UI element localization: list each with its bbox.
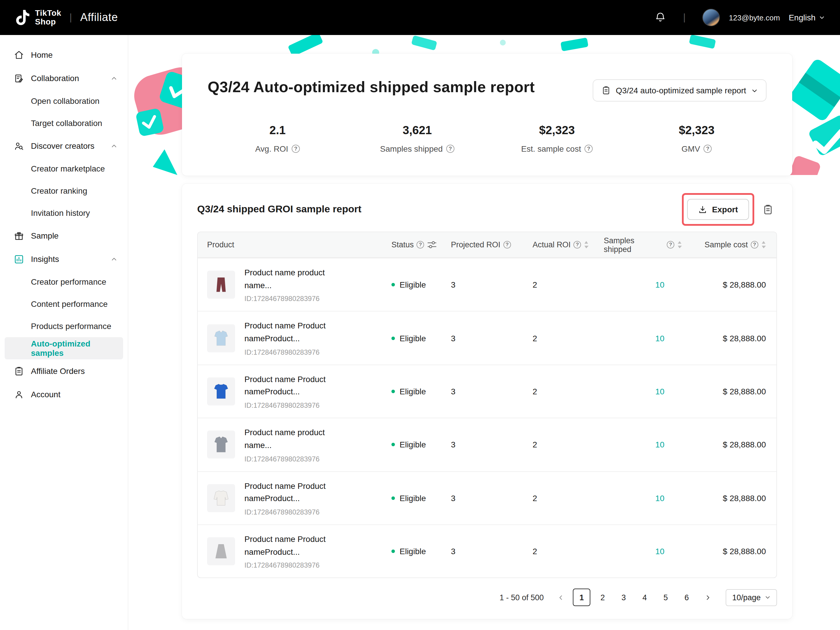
sidebar-item-content-performance[interactable]: Content performance (0, 293, 128, 315)
sample-cost-value: $ 28,888.00 (682, 387, 777, 396)
status-dot (392, 283, 395, 286)
sample-cost-value: $ 28,888.00 (682, 280, 777, 289)
status-dot (392, 336, 395, 340)
help-icon[interactable] (504, 241, 511, 248)
sidebar-item-target-collaboration[interactable]: Target collaboration (0, 112, 128, 134)
product-name: Product name Product nameProduct... (245, 533, 339, 559)
table-row: Product name Product nameProduct... ID:1… (198, 365, 777, 418)
sidebar-item-collaboration[interactable]: Collaboration (0, 66, 128, 90)
pagination-range: 1 - 50 of 500 (500, 593, 544, 602)
next-page-button[interactable] (699, 589, 716, 606)
sidebar-item-creator-ranking[interactable]: Creator ranking (0, 180, 128, 202)
col-header-product: Product (198, 240, 382, 249)
sort-icon[interactable] (761, 241, 766, 248)
sidebar-item-sample[interactable]: Sample (0, 224, 128, 247)
stat-avg-roi: 2.1 Avg. ROI (208, 124, 347, 153)
table-row: Product name Product nameProduct... ID:1… (198, 471, 777, 524)
report-selector-dropdown[interactable]: Q3/24 auto-optimized sample report (592, 79, 766, 101)
app-window: TikTok Shop | Affiliate | 123@byte.com E… (0, 0, 840, 630)
sidebar-item-creator-marketplace[interactable]: Creator marketplace (0, 158, 128, 180)
topbar: TikTok Shop | Affiliate | 123@byte.com E… (0, 0, 840, 35)
sidebar-item-auto-optimized-samples[interactable]: Auto-optimized samples (5, 337, 123, 359)
product-image-blue-tshirt (207, 377, 235, 406)
sidebar-item-affiliate-orders[interactable]: Affiliate Orders (0, 359, 128, 383)
brand-line1: TikTok (35, 9, 61, 17)
product-id: ID:17284678980283976 (245, 455, 339, 463)
chevron-up-icon (111, 143, 117, 149)
status-label: Eligible (399, 546, 426, 556)
notification-bell-icon[interactable] (655, 12, 666, 23)
chevron-right-icon (704, 594, 711, 601)
brand-line2: Shop (35, 17, 61, 26)
sidebar-item-account[interactable]: Account (0, 383, 128, 406)
prev-page-button[interactable] (552, 589, 569, 606)
sidebar-item-home[interactable]: Home (0, 43, 128, 66)
page-button-1[interactable]: 1 (573, 589, 591, 606)
table-row: Product name Product nameProduct... ID:1… (198, 524, 777, 578)
samples-shipped-link[interactable]: 10 (655, 333, 665, 343)
filter-icon[interactable] (428, 241, 437, 248)
help-icon[interactable] (704, 145, 712, 153)
sample-cost-value: $ 28,888.00 (682, 493, 777, 502)
col-header-samples-shipped: Samples shipped (594, 236, 682, 253)
product-image-light-blue-jacket (207, 324, 235, 352)
sort-icon[interactable] (677, 241, 682, 248)
samples-shipped-link[interactable]: 10 (655, 546, 665, 556)
sidebar-item-invitation-history[interactable]: Invitation history (0, 202, 128, 224)
page-title: Q3/24 Auto-optimized shipped sample repo… (208, 78, 535, 96)
help-icon[interactable] (446, 145, 455, 153)
help-icon[interactable] (292, 145, 300, 153)
page-button-5[interactable]: 5 (657, 589, 674, 606)
page-button-4[interactable]: 4 (636, 589, 653, 606)
actual-roi-value: 2 (523, 440, 594, 450)
language-selector[interactable]: English (789, 13, 825, 22)
projected-roi-value: 3 (442, 333, 523, 343)
sample-cost-value: $ 28,888.00 (682, 440, 777, 450)
user-avatar[interactable] (703, 9, 720, 26)
samples-shipped-link[interactable]: 10 (655, 493, 665, 502)
product-id: ID:17284678980283976 (245, 562, 339, 570)
help-icon[interactable] (574, 241, 581, 248)
sidebar-item-creator-performance[interactable]: Creator performance (0, 271, 128, 293)
help-icon[interactable] (417, 241, 425, 248)
report-list-button[interactable] (758, 200, 777, 219)
tiktok-note-icon (15, 10, 30, 25)
product-image-gray-cardigan (207, 431, 235, 459)
status-label: Eligible (399, 333, 426, 343)
chevron-down-icon (752, 87, 758, 94)
page-size-select[interactable]: 10/page (726, 589, 777, 606)
sample-report-card: Q3/24 shipped GROI sample report Export (182, 184, 792, 619)
export-button[interactable]: Export (687, 199, 749, 220)
sidebar-item-insights[interactable]: Insights (0, 247, 128, 271)
samples-shipped-link[interactable]: 10 (655, 387, 665, 396)
help-icon[interactable] (667, 241, 674, 248)
samples-shipped-link[interactable]: 10 (655, 440, 665, 450)
page-button-3[interactable]: 3 (615, 589, 632, 606)
collaboration-icon (14, 73, 24, 83)
help-icon[interactable] (751, 241, 758, 248)
product-name: Product name Product nameProduct... (245, 480, 339, 505)
product-id: ID:17284678980283976 (245, 348, 339, 357)
language-label: English (789, 13, 815, 22)
sidebar: Home Collaboration Open collaboration Ta… (0, 35, 128, 630)
table-row: Product name Product nameProduct... ID:1… (198, 311, 777, 365)
sidebar-item-open-collaboration[interactable]: Open collaboration (0, 90, 128, 112)
actual-roi-value: 2 (523, 493, 594, 502)
sidebar-item-products-performance[interactable]: Products performance (0, 315, 128, 337)
col-header-sample-cost: Sample cost (682, 240, 777, 249)
table-section-title: Q3/24 shipped GROI sample report (197, 204, 362, 215)
stat-est-sample-cost: $2,323 Est. sample cost (487, 124, 627, 153)
stats-row: 2.1 Avg. ROI 3,621 Samples shipped $2,32… (208, 124, 766, 153)
page-button-2[interactable]: 2 (594, 589, 611, 606)
product-name: Product name Product nameProduct... (245, 373, 339, 399)
product-image-gray-skirt (207, 537, 235, 565)
help-icon[interactable] (584, 145, 593, 153)
sidebar-item-discover-creators[interactable]: Discover creators (0, 134, 128, 158)
tiktok-shop-logo[interactable]: TikTok Shop (15, 9, 61, 26)
report-summary-card: Q3/24 Auto-optimized shipped sample repo… (182, 54, 792, 175)
page-button-6[interactable]: 6 (678, 589, 695, 606)
sample-cost-value: $ 28,888.00 (682, 546, 777, 556)
product-name: Product name product name... (245, 267, 339, 292)
sort-icon[interactable] (584, 241, 589, 248)
samples-shipped-link[interactable]: 10 (655, 280, 665, 289)
